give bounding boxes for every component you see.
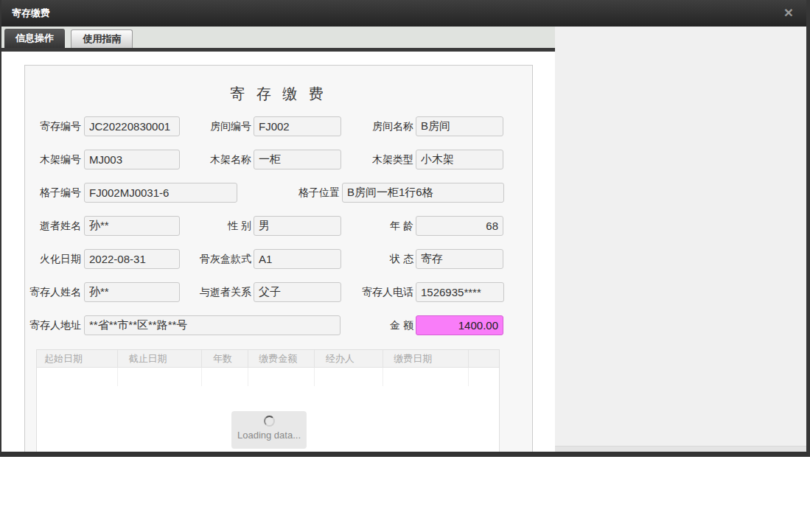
form-panel: 寄 存 缴 费 寄存编号 房间编号 房间名称 木架编号 木架名称 木架类型 格子… [24, 65, 533, 452]
cell-position-field[interactable] [342, 183, 504, 203]
loading-indicator: Loading data... [231, 411, 307, 449]
table-header-start-date[interactable]: 起始日期 [37, 350, 118, 367]
relation-label: 与逝者关系 [185, 282, 251, 302]
deposit-payment-dialog: 寄存缴费 × 信息操作 使用指南 寄 存 缴 费 寄存编号 房间编号 房间名称 … [0, 0, 810, 457]
gender-field[interactable] [254, 216, 341, 236]
amount-label: 金 额 [347, 315, 413, 335]
room-no-label: 房间编号 [185, 116, 251, 136]
cell-no-label: 格子编号 [25, 183, 81, 203]
table-header-payment-date[interactable]: 缴费日期 [386, 350, 469, 367]
room-no-field[interactable] [254, 116, 341, 136]
table-cell [206, 368, 248, 386]
cremation-date-label: 火化日期 [25, 249, 81, 269]
cell-position-label: 格子位置 [273, 183, 340, 203]
depositor-address-field[interactable] [84, 315, 341, 335]
depositor-phone-label: 寄存人电话 [347, 282, 413, 302]
close-icon[interactable]: × [780, 3, 797, 22]
dialog-titlebar: 寄存缴费 × [1, 0, 806, 27]
rack-no-label: 木架编号 [25, 150, 81, 169]
cell-no-field[interactable] [84, 183, 237, 203]
rack-name-field[interactable] [254, 150, 341, 169]
table-cell [386, 368, 469, 386]
urn-style-field[interactable] [254, 249, 341, 269]
spinner-icon [264, 416, 275, 427]
rack-no-field[interactable] [84, 150, 180, 169]
tab-content: 寄 存 缴 费 寄存编号 房间编号 房间名称 木架编号 木架名称 木架类型 格子… [1, 52, 555, 452]
table-cell [251, 368, 315, 386]
tab-info-operation[interactable]: 信息操作 [4, 29, 65, 48]
relation-field[interactable] [254, 282, 341, 302]
loading-text: Loading data... [231, 430, 307, 441]
table-cell [37, 368, 118, 386]
depositor-address-label: 寄存人地址 [25, 315, 81, 335]
tab-user-guide[interactable]: 使用指南 [71, 29, 133, 48]
room-name-field[interactable] [416, 116, 503, 136]
deceased-name-field[interactable] [84, 216, 180, 236]
rack-name-label: 木架名称 [185, 150, 251, 169]
rack-type-field[interactable] [416, 150, 503, 169]
deposit-no-label: 寄存编号 [25, 116, 81, 136]
dialog-title: 寄存缴费 [12, 0, 50, 27]
deposit-no-field[interactable] [84, 116, 180, 136]
table-header-end-date[interactable]: 截止日期 [121, 350, 202, 367]
status-field[interactable] [416, 249, 503, 269]
deceased-name-label: 逝者姓名 [25, 216, 81, 236]
gender-label: 性 别 [185, 216, 251, 236]
urn-style-label: 骨灰盒款式 [185, 249, 251, 269]
table-header-row: 起始日期 截止日期 年数 缴费金额 经办人 缴费日期 [37, 350, 499, 368]
form-title: 寄 存 缴 费 [25, 84, 532, 104]
dialog-bottom-scroll-strip [555, 446, 806, 452]
amount-field[interactable] [416, 315, 503, 335]
cremation-date-field[interactable] [84, 249, 180, 269]
table-header-payment-amount[interactable]: 缴费金额 [251, 350, 315, 367]
table-empty-row [37, 368, 499, 386]
table-header-years[interactable]: 年数 [206, 350, 248, 367]
age-label: 年 龄 [347, 216, 413, 236]
depositor-phone-field[interactable] [416, 282, 504, 302]
rack-type-label: 木架类型 [347, 150, 413, 169]
room-name-label: 房间名称 [347, 116, 413, 136]
table-cell [318, 368, 383, 386]
status-label: 状 态 [347, 249, 413, 269]
tab-strip: 信息操作 使用指南 [1, 27, 555, 48]
age-field[interactable] [416, 216, 503, 236]
depositor-name-label: 寄存人姓名 [25, 282, 81, 302]
page-background: 寄存缴费 × 信息操作 使用指南 寄 存 缴 费 寄存编号 房间编号 房间名称 … [0, 0, 810, 532]
table-header-operator[interactable]: 经办人 [318, 350, 383, 367]
table-cell [121, 368, 202, 386]
depositor-name-field[interactable] [84, 282, 180, 302]
